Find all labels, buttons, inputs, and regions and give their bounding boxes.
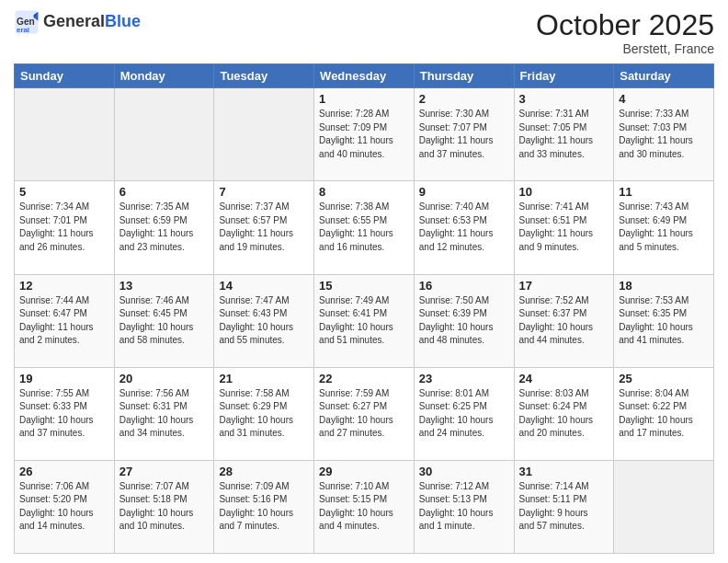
day-number: 9 <box>419 185 509 199</box>
calendar-cell: 26Sunrise: 7:06 AM Sunset: 5:20 PM Dayli… <box>15 460 115 553</box>
day-number: 23 <box>419 372 509 385</box>
day-number: 17 <box>519 279 609 293</box>
weekday-header-friday: Friday <box>514 64 614 88</box>
logo-icon: Gen eral <box>14 9 40 35</box>
weekday-header-saturday: Saturday <box>614 64 714 88</box>
day-info: Sunrise: 8:04 AM Sunset: 6:22 PM Dayligh… <box>619 387 709 441</box>
title-block: October 2025 Berstett, France <box>536 9 714 56</box>
calendar-cell: 19Sunrise: 7:55 AM Sunset: 6:33 PM Dayli… <box>15 367 115 460</box>
weekday-header-row: SundayMondayTuesdayWednesdayThursdayFrid… <box>15 64 714 88</box>
day-info: Sunrise: 7:38 AM Sunset: 6:55 PM Dayligh… <box>319 201 409 254</box>
weekday-header-thursday: Thursday <box>414 64 514 88</box>
day-number: 15 <box>319 279 409 293</box>
calendar-cell <box>214 88 314 181</box>
day-info: Sunrise: 7:37 AM Sunset: 6:57 PM Dayligh… <box>219 201 309 254</box>
calendar-cell: 14Sunrise: 7:47 AM Sunset: 6:43 PM Dayli… <box>214 274 314 367</box>
calendar-cell: 30Sunrise: 7:12 AM Sunset: 5:13 PM Dayli… <box>414 460 514 553</box>
calendar-table: SundayMondayTuesdayWednesdayThursdayFrid… <box>14 63 714 554</box>
weekday-header-wednesday: Wednesday <box>314 64 415 88</box>
calendar-cell: 4Sunrise: 7:33 AM Sunset: 7:03 PM Daylig… <box>614 88 714 181</box>
calendar-cell <box>614 460 714 553</box>
calendar-cell <box>15 88 115 181</box>
day-info: Sunrise: 7:12 AM Sunset: 5:13 PM Dayligh… <box>419 480 509 534</box>
day-number: 16 <box>419 279 509 293</box>
day-info: Sunrise: 7:53 AM Sunset: 6:35 PM Dayligh… <box>619 294 709 348</box>
day-number: 14 <box>219 279 309 293</box>
calendar-cell: 6Sunrise: 7:35 AM Sunset: 6:59 PM Daylig… <box>114 181 214 274</box>
calendar-cell: 22Sunrise: 7:59 AM Sunset: 6:27 PM Dayli… <box>314 367 415 460</box>
day-info: Sunrise: 7:58 AM Sunset: 6:29 PM Dayligh… <box>219 387 309 441</box>
calendar-week-5: 26Sunrise: 7:06 AM Sunset: 5:20 PM Dayli… <box>15 460 714 553</box>
weekday-header-tuesday: Tuesday <box>214 64 314 88</box>
day-number: 29 <box>319 465 409 478</box>
calendar-cell: 31Sunrise: 7:14 AM Sunset: 5:11 PM Dayli… <box>514 460 614 553</box>
day-info: Sunrise: 7:52 AM Sunset: 6:37 PM Dayligh… <box>519 294 609 348</box>
calendar-week-2: 5Sunrise: 7:34 AM Sunset: 7:01 PM Daylig… <box>15 181 714 274</box>
day-number: 2 <box>419 92 509 106</box>
day-info: Sunrise: 7:30 AM Sunset: 7:07 PM Dayligh… <box>419 108 509 161</box>
day-info: Sunrise: 7:07 AM Sunset: 5:18 PM Dayligh… <box>119 480 210 534</box>
calendar-cell: 8Sunrise: 7:38 AM Sunset: 6:55 PM Daylig… <box>314 181 415 274</box>
day-info: Sunrise: 7:44 AM Sunset: 6:47 PM Dayligh… <box>19 294 109 348</box>
calendar-cell: 1Sunrise: 7:28 AM Sunset: 7:09 PM Daylig… <box>314 88 415 181</box>
day-info: Sunrise: 7:43 AM Sunset: 6:49 PM Dayligh… <box>619 201 709 254</box>
calendar-week-4: 19Sunrise: 7:55 AM Sunset: 6:33 PM Dayli… <box>15 367 714 460</box>
day-info: Sunrise: 7:47 AM Sunset: 6:43 PM Dayligh… <box>219 294 309 348</box>
day-number: 19 <box>19 372 109 385</box>
day-number: 26 <box>19 465 109 478</box>
day-number: 6 <box>119 185 210 199</box>
logo: Gen eral GeneralBlue <box>14 9 141 35</box>
logo-blue-text: Blue <box>105 12 141 30</box>
page-header: Gen eral GeneralBlue October 2025 Berste… <box>14 9 714 56</box>
day-info: Sunrise: 7:06 AM Sunset: 5:20 PM Dayligh… <box>19 480 109 534</box>
day-info: Sunrise: 7:10 AM Sunset: 5:15 PM Dayligh… <box>319 480 409 534</box>
day-number: 30 <box>419 465 509 478</box>
calendar-cell: 3Sunrise: 7:31 AM Sunset: 7:05 PM Daylig… <box>514 88 614 181</box>
svg-text:eral: eral <box>17 26 29 34</box>
calendar-cell: 24Sunrise: 8:03 AM Sunset: 6:24 PM Dayli… <box>514 367 614 460</box>
day-number: 4 <box>619 92 709 106</box>
day-number: 8 <box>319 185 409 199</box>
day-number: 31 <box>519 465 609 478</box>
weekday-header-sunday: Sunday <box>15 64 115 88</box>
calendar-cell: 5Sunrise: 7:34 AM Sunset: 7:01 PM Daylig… <box>15 181 115 274</box>
calendar-cell: 9Sunrise: 7:40 AM Sunset: 6:53 PM Daylig… <box>414 181 514 274</box>
calendar-cell: 18Sunrise: 7:53 AM Sunset: 6:35 PM Dayli… <box>614 274 714 367</box>
day-number: 24 <box>519 372 609 385</box>
day-info: Sunrise: 7:41 AM Sunset: 6:51 PM Dayligh… <box>519 201 609 254</box>
calendar-cell: 7Sunrise: 7:37 AM Sunset: 6:57 PM Daylig… <box>214 181 314 274</box>
calendar-cell: 13Sunrise: 7:46 AM Sunset: 6:45 PM Dayli… <box>114 274 214 367</box>
calendar-cell: 27Sunrise: 7:07 AM Sunset: 5:18 PM Dayli… <box>114 460 214 553</box>
calendar-cell: 25Sunrise: 8:04 AM Sunset: 6:22 PM Dayli… <box>614 367 714 460</box>
day-number: 27 <box>119 465 210 478</box>
calendar-cell: 10Sunrise: 7:41 AM Sunset: 6:51 PM Dayli… <box>514 181 614 274</box>
day-info: Sunrise: 7:31 AM Sunset: 7:05 PM Dayligh… <box>519 108 609 161</box>
location: Berstett, France <box>536 41 714 56</box>
day-number: 5 <box>19 185 109 199</box>
calendar-week-3: 12Sunrise: 7:44 AM Sunset: 6:47 PM Dayli… <box>15 274 714 367</box>
calendar-cell: 15Sunrise: 7:49 AM Sunset: 6:41 PM Dayli… <box>314 274 415 367</box>
calendar-cell: 20Sunrise: 7:56 AM Sunset: 6:31 PM Dayli… <box>114 367 214 460</box>
day-number: 3 <box>519 92 609 106</box>
calendar-cell: 28Sunrise: 7:09 AM Sunset: 5:16 PM Dayli… <box>214 460 314 553</box>
day-info: Sunrise: 7:55 AM Sunset: 6:33 PM Dayligh… <box>19 387 109 441</box>
day-number: 13 <box>119 279 210 293</box>
day-info: Sunrise: 7:56 AM Sunset: 6:31 PM Dayligh… <box>119 387 210 441</box>
day-number: 11 <box>619 185 709 199</box>
calendar-cell: 12Sunrise: 7:44 AM Sunset: 6:47 PM Dayli… <box>15 274 115 367</box>
day-number: 21 <box>219 372 309 385</box>
day-number: 10 <box>519 185 609 199</box>
day-number: 12 <box>19 279 109 293</box>
calendar-cell <box>114 88 214 181</box>
calendar-cell: 21Sunrise: 7:58 AM Sunset: 6:29 PM Dayli… <box>214 367 314 460</box>
calendar-week-1: 1Sunrise: 7:28 AM Sunset: 7:09 PM Daylig… <box>15 88 714 181</box>
day-info: Sunrise: 7:49 AM Sunset: 6:41 PM Dayligh… <box>319 294 409 348</box>
day-number: 28 <box>219 465 309 478</box>
day-info: Sunrise: 7:09 AM Sunset: 5:16 PM Dayligh… <box>219 480 309 534</box>
day-info: Sunrise: 7:28 AM Sunset: 7:09 PM Dayligh… <box>319 108 409 161</box>
day-info: Sunrise: 7:14 AM Sunset: 5:11 PM Dayligh… <box>519 480 609 534</box>
day-number: 25 <box>619 372 709 385</box>
day-info: Sunrise: 7:59 AM Sunset: 6:27 PM Dayligh… <box>319 387 409 441</box>
day-info: Sunrise: 8:03 AM Sunset: 6:24 PM Dayligh… <box>519 387 609 441</box>
day-number: 7 <box>219 185 309 199</box>
